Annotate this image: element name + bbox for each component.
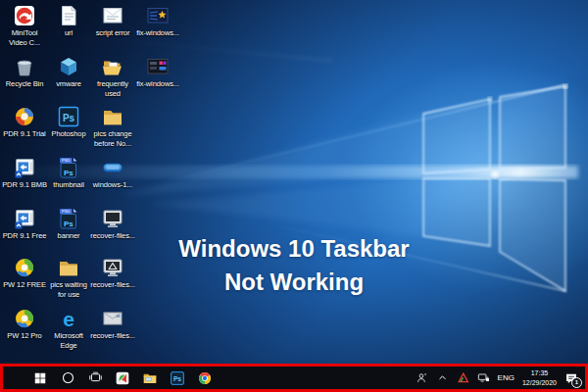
cortana-circle-icon <box>61 370 75 385</box>
desktop-icon-label: recover-files... <box>89 280 136 290</box>
document-icon <box>57 4 80 27</box>
show-hidden-icons-button[interactable] <box>436 371 449 384</box>
desktop-icon-label: PW 12 Pro <box>1 331 48 341</box>
cortana-search-button[interactable] <box>54 367 81 389</box>
monitor-image-icon <box>101 207 124 230</box>
folder-icon <box>57 256 80 279</box>
desktop-icon-label: url <box>45 28 92 38</box>
desktop-icon-microsoft-edge[interactable]: Microsoft Edge <box>45 307 92 351</box>
system-tray: ENG 17:35 12/29/2020 1 <box>416 368 588 387</box>
minitool-app-button[interactable] <box>109 367 136 389</box>
desktop-icon-label: MiniTool Video C... <box>1 28 48 48</box>
people-icon <box>416 371 428 384</box>
photoshop-icon <box>170 370 185 386</box>
desktop-icon-url[interactable]: url <box>45 4 92 38</box>
gray-envelope-image-icon <box>101 307 124 330</box>
desktop-icon-vmware[interactable]: vmware <box>45 55 92 89</box>
start-button[interactable] <box>26 367 54 389</box>
desktop-icon-label: frequently used <box>89 79 136 99</box>
desktop-icon-label: pics waiting for use <box>45 280 92 300</box>
people-button[interactable] <box>416 371 428 384</box>
chrome-icon <box>197 370 213 386</box>
desktop-icon-label: banner <box>45 231 92 241</box>
desktop-icon-windows-1[interactable]: windows-1... <box>89 156 136 190</box>
desktop-icon-pics-waiting[interactable]: pics waiting for use <box>45 256 92 300</box>
monitor-triangle-icon <box>101 256 124 279</box>
desktop-icon-label: vmware <box>45 79 92 89</box>
recycle-bin-icon <box>13 55 36 78</box>
task-view-button[interactable] <box>81 367 109 389</box>
network-icon <box>477 371 490 384</box>
pw-swirl-icon <box>13 307 36 330</box>
desktop-icon-label: script error <box>89 28 136 38</box>
desktop-icon-label: Photoshop <box>45 129 92 139</box>
desktop-icon-fix-windows-2[interactable]: fix-windows... <box>134 55 181 89</box>
desktop-icon-pdr-free[interactable]: PDR 9.1 Free <box>1 207 48 241</box>
folder-icon <box>101 105 124 128</box>
clock-time: 17:35 <box>522 368 557 377</box>
desktop-icon-recover-files-3[interactable]: recover-files... <box>89 307 136 341</box>
desktop-icon-label: windows-1... <box>89 180 136 190</box>
desktop-icon-pw12-free[interactable]: PW 12 FREE <box>1 256 48 290</box>
desktop-icon-frequently-used[interactable]: frequently used <box>89 55 136 99</box>
taskbar: ENG 17:35 12/29/2020 1 <box>0 367 588 389</box>
windows-start-icon <box>33 371 47 385</box>
desktop-icon-pdr-trial[interactable]: PDR 9.1 Trial <box>1 105 48 139</box>
file-explorer-icon <box>142 370 158 386</box>
file-explorer-button[interactable] <box>136 367 164 389</box>
language-indicator[interactable]: ENG <box>498 373 514 382</box>
desktop-icon-label: PDR 9.1 Trial <box>1 129 48 139</box>
desktop-icon-label: fix-windows... <box>134 28 181 38</box>
tray-app-button[interactable] <box>457 371 469 384</box>
vmware-cube-icon <box>57 55 80 78</box>
chevron-up-icon <box>436 371 449 384</box>
notification-badge: 1 <box>571 377 582 388</box>
desktop-icon-label: thumbnail <box>45 180 92 190</box>
desktop-icon-photoshop[interactable]: Photoshop <box>45 105 92 139</box>
desktop-icon-label: PW 12 FREE <box>1 280 48 290</box>
open-folder-icon <box>101 55 124 78</box>
image-thumbnail-star-icon <box>146 4 170 27</box>
desktop-icon-thumbnail[interactable]: thumbnail <box>45 156 92 190</box>
photoshop-icon <box>57 105 80 128</box>
task-view-icon <box>88 370 103 385</box>
psd-file-icon <box>57 156 80 179</box>
desktop-icon-script-error[interactable]: script error <box>89 4 136 38</box>
chrome-button[interactable] <box>191 367 219 389</box>
desktop-icon-recover-files-2[interactable]: recover-files... <box>89 256 136 290</box>
red-green-triangle-icon <box>457 371 469 384</box>
network-button[interactable] <box>477 371 490 384</box>
photoshop-button[interactable] <box>164 367 191 389</box>
desktop-icon-pdr-bmb[interactable]: PDR 9.1 BMB <box>1 156 48 190</box>
pdr-swirl-icon <box>13 105 36 128</box>
desktop-icon-banner[interactable]: banner <box>45 207 92 241</box>
desktop-icon-label: recover-files... <box>89 231 136 241</box>
desktop-icon-label: fix-windows... <box>134 79 181 89</box>
desktop-icon-label: recover-files... <box>89 331 136 341</box>
letter-icon <box>101 4 124 27</box>
desktop-icon-recycle-bin[interactable]: Recycle Bin <box>1 55 48 89</box>
action-center-button[interactable]: 1 <box>564 371 578 385</box>
desktop-icon-label: PDR 9.1 Free <box>1 231 48 241</box>
desktop-icon-pics-change[interactable]: pics change before No... <box>89 105 136 149</box>
desktop-icon-recover-files-1[interactable]: recover-files... <box>89 207 136 241</box>
blue-capsule-image-icon <box>101 156 124 179</box>
desktop-icon-label: Recycle Bin <box>1 79 48 89</box>
minitool-app-icon <box>115 370 130 386</box>
pdr-window-icon <box>13 156 36 179</box>
desktop-icon-label: Microsoft Edge <box>45 331 92 351</box>
pdr-window-icon <box>13 207 36 230</box>
taskbar-apps <box>0 367 219 389</box>
clock-date: 12/29/2020 <box>522 378 557 387</box>
minitool-video-icon <box>13 4 36 27</box>
windows-desktop: Windows 10 Taskbar Not Working MiniTool … <box>0 0 588 392</box>
psd-file-icon <box>57 207 80 230</box>
desktop-icon-label: PDR 9.1 BMB <box>1 180 48 190</box>
desktop-icon-pw12-pro[interactable]: PW 12 Pro <box>1 307 48 341</box>
clock[interactable]: 17:35 12/29/2020 <box>522 368 557 387</box>
desktop-icon-fix-windows-1[interactable]: fix-windows... <box>134 4 181 38</box>
desktop-icon-label: pics change before No... <box>89 129 136 149</box>
pw-swirl-icon <box>13 256 36 279</box>
image-thumbnail-dark-icon <box>146 55 170 78</box>
desktop-icon-minitool-video[interactable]: MiniTool Video C... <box>1 4 48 48</box>
